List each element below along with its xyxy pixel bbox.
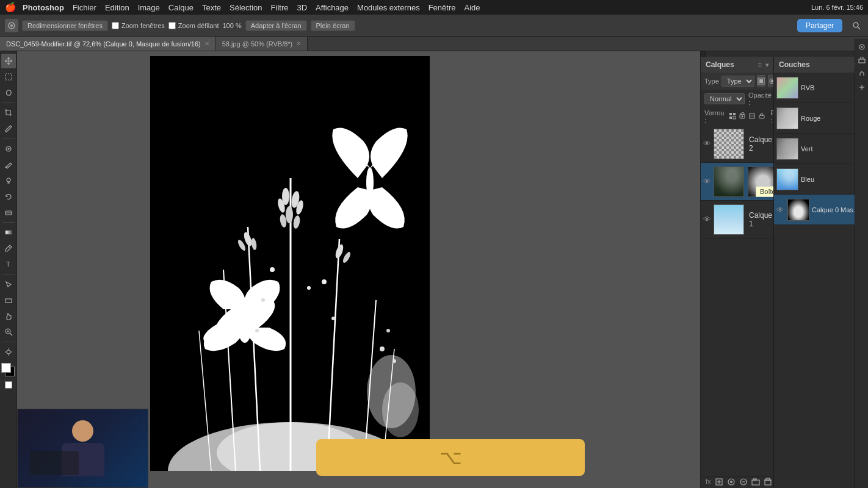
apple-menu[interactable]: 🍎 <box>5 2 16 13</box>
panel-handle-left[interactable]: ⋮ <box>701 51 706 57</box>
panels-wrapper: Calques ≡ ▾ Type Type <box>701 57 868 488</box>
lock-all-icon[interactable] <box>758 112 765 121</box>
blend-select[interactable]: Normal <box>704 93 745 104</box>
menu-filtre[interactable]: Filtre <box>271 3 289 12</box>
close-tab-0[interactable]: ✕ <box>204 40 209 47</box>
couche-calque0mas[interactable]: 👁 Calque 0 Mas... & <box>774 195 868 225</box>
tool-shape[interactable] <box>1 293 16 307</box>
layer-calque1[interactable]: 👁 Calque 1 <box>701 201 773 239</box>
couche-bleu[interactable]: Bleu ⌘5 <box>774 164 868 195</box>
svg-rect-66 <box>729 113 732 115</box>
doc-tab-0[interactable]: DSC_0459-Modifier.tif @ 72,6% (Calque 0,… <box>0 37 216 51</box>
couche-vert[interactable]: Vert ⌘4 <box>774 134 868 164</box>
status-mask[interactable] <box>727 478 736 487</box>
mask-calque0[interactable] <box>748 167 773 197</box>
menu-fichier[interactable]: Fichier <box>73 3 96 12</box>
tool-extra[interactable] <box>1 345 16 359</box>
adapter-btn[interactable]: Adapter à l'écran <box>245 20 307 31</box>
svg-rect-82 <box>752 480 759 485</box>
svg-point-53 <box>386 329 390 332</box>
filter-select[interactable]: Type <box>722 76 754 87</box>
ri-btn-4[interactable] <box>856 82 867 93</box>
menu-texte[interactable]: Texte <box>202 3 221 12</box>
visibility-calque0[interactable]: 👁 <box>703 176 711 188</box>
opacity-label: Opacité : <box>748 92 773 106</box>
tool-zoom[interactable] <box>1 325 16 339</box>
zoom-def-check[interactable]: Zoom défilant <box>168 22 219 29</box>
tool-move[interactable] <box>1 54 16 68</box>
tool-lasso[interactable] <box>1 85 16 100</box>
couche-name-rvb: RVB <box>801 84 814 92</box>
tool-sep-5 <box>2 342 15 342</box>
tool-crop[interactable] <box>1 106 16 120</box>
svg-point-54 <box>380 346 385 351</box>
layer-calque0[interactable]: 👁 Calque 0 Boîte de masque de f <box>701 163 773 201</box>
calques-panel-header: Calques ≡ ▾ <box>701 57 773 73</box>
fg-color[interactable] <box>1 363 11 373</box>
plein-btn[interactable]: Plein écran <box>311 20 355 31</box>
close-tab-1[interactable]: ✕ <box>296 40 301 47</box>
tool-sep-1 <box>2 102 15 103</box>
status-fx[interactable]: fx <box>706 478 711 487</box>
tool-type[interactable]: T <box>1 257 16 271</box>
tool-eraser[interactable] <box>1 205 16 220</box>
visibility-calque2[interactable]: 👁 <box>703 138 711 150</box>
svg-point-51 <box>255 329 259 332</box>
menu-affichage[interactable]: Affichage <box>316 3 349 12</box>
couche-rouge[interactable]: Rouge ⌘3 <box>774 103 868 134</box>
calques-options-icon[interactable]: ≡ <box>758 61 762 68</box>
tool-heal[interactable] <box>1 142 16 156</box>
layer-calque2[interactable]: 👁 Calque 2 <box>701 125 773 163</box>
fg-bg-colors[interactable] <box>1 363 16 378</box>
filter-label: Type <box>704 77 719 85</box>
tool-gradient[interactable] <box>1 225 16 240</box>
couche-rvb[interactable]: RVB ⌘2 <box>774 73 868 103</box>
share-button[interactable]: Partager <box>797 19 842 32</box>
tool-history[interactable] <box>1 189 16 204</box>
datetime: Lun. 6 févr. 15:46 <box>811 4 863 11</box>
couches-list: RVB ⌘2 Rouge ⌘3 <box>774 73 868 225</box>
tool-clone[interactable] <box>1 173 16 188</box>
webcam-box <box>17 409 148 488</box>
menu-image[interactable]: Image <box>138 3 160 12</box>
svg-line-13 <box>10 334 12 336</box>
status-delete[interactable] <box>764 478 772 487</box>
menu-selection[interactable]: Sélection <box>230 3 262 12</box>
tool-sep-4 <box>2 274 15 274</box>
zoom-fen-check[interactable]: Zoom fenêtres <box>112 22 165 29</box>
doc-tab-1[interactable]: 58.jpg @ 50% (RVB/8*) ✕ <box>216 37 308 51</box>
tool-eyedropper[interactable] <box>1 121 16 136</box>
app-name: Photoshop <box>23 3 64 12</box>
lock-artboard-icon[interactable] <box>748 112 756 121</box>
status-adjustment[interactable] <box>739 478 748 487</box>
redim-btn[interactable]: Redimensionner fenêtres <box>22 20 108 31</box>
menu-aide[interactable]: Aide <box>464 3 480 12</box>
svg-point-52 <box>331 317 335 320</box>
menu-modules[interactable]: Modules externes <box>357 3 420 12</box>
menu-calque[interactable]: Calque <box>168 3 193 12</box>
couche-vis-calque0mas[interactable]: 👁 <box>776 206 785 214</box>
menu-fenetre[interactable]: Fenêtre <box>429 3 456 12</box>
thumb-vert <box>776 138 798 160</box>
tool-pen[interactable] <box>1 241 16 256</box>
menu-3d[interactable]: 3D <box>297 3 307 12</box>
tool-brush[interactable] <box>1 157 16 172</box>
status-add-layer[interactable] <box>715 478 723 487</box>
status-group[interactable] <box>751 478 760 487</box>
filter-icon-pixel[interactable] <box>757 75 765 87</box>
visibility-calque1[interactable]: 👁 <box>703 214 711 226</box>
tool-path-select[interactable] <box>1 277 16 292</box>
quick-mask-btn[interactable] <box>5 381 12 389</box>
filter-icon-adjust[interactable] <box>768 75 773 87</box>
search-icon[interactable] <box>850 19 863 32</box>
tool-select[interactable] <box>1 70 16 84</box>
calques-collapse-icon[interactable]: ▾ <box>765 62 769 68</box>
lock-position-icon[interactable] <box>739 112 746 121</box>
menu-edition[interactable]: Edition <box>105 3 129 12</box>
ri-btn-2[interactable] <box>856 57 867 66</box>
svg-rect-4 <box>5 74 12 80</box>
ri-btn-3[interactable] <box>856 68 867 79</box>
lock-pixel-icon[interactable] <box>729 112 736 121</box>
left-toolbar: T <box>0 51 17 488</box>
tool-hand[interactable] <box>1 309 16 323</box>
